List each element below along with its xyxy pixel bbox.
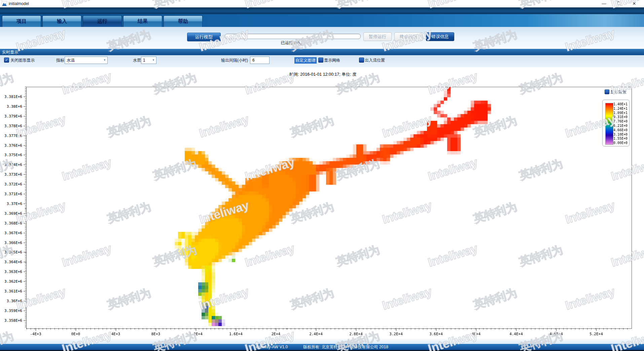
y-tick-label: 3.359E+6 [1,309,22,313]
tab-3[interactable]: 运行 [83,15,122,27]
temperature-heatmap [27,87,632,328]
stop-run-button[interactable]: 终止运行 [394,32,423,41]
indicator-value: 水温 [67,58,75,63]
custom-spectrum-button[interactable]: 自定义图谱 [294,57,317,64]
y-tick [24,320,26,321]
x-tick-label: 4E+4 [466,332,486,336]
legend-value: 1.09E+1 [613,111,628,115]
error-info-button[interactable]: 错误信息 [426,32,454,41]
y-tick [24,174,26,175]
tab-2[interactable]: 输入 [42,15,81,27]
y-axis-minor-ticks [25,87,26,328]
x-tick-label: 8E+3 [146,332,166,336]
progress-text: 已运行 0%。 [225,40,360,46]
x-tick [516,328,516,331]
legend-value: 6.21E+0 [613,124,628,128]
y-tick-label: 3.36E+6 [1,299,22,303]
tab-5[interactable]: 帮助 [164,15,203,27]
y-tick-label: 3.369E+6 [1,211,22,216]
y-tick [24,136,26,136]
copyright: 版权所有: 北京英特利为环境科技有限公司 2018 [303,344,388,350]
legend-value: 4.66E+0 [613,128,628,132]
x-tick-label: 4.4E+4 [506,332,526,336]
footer-gradient-band [0,338,644,344]
x-tick-label: 4E+3 [106,332,126,336]
y-tick-label: 3.379E+6 [1,114,22,118]
y-tick-label: 3.373E+6 [1,172,22,177]
y-tick [24,243,26,243]
y-tick [24,184,26,184]
app-version: Intelway-AW V1.0 [256,345,288,349]
output-interval-input[interactable]: 6 [250,57,270,64]
close-graph-label: 关闭图形显示 [10,58,35,63]
x-tick [196,328,196,331]
chart-time-title: 时间: 2016-01-01 12:00:17; 单位: 度 [252,72,394,77]
y-tick [24,204,26,204]
indicator-label: 指标 [56,58,64,63]
y-tick-label: 3.364E+6 [1,260,22,264]
top-accent-bar [0,7,644,14]
legend-value: 1.55E+0 [613,137,628,140]
y-tick [24,165,26,165]
show-background-label: 显示背景 [610,89,627,95]
plot-frame [26,87,632,329]
layer-label: 水层 [133,58,141,63]
x-tick [36,328,36,331]
run-model-button[interactable]: 运行模型 [187,33,221,41]
app-icon [2,1,7,6]
show-grid-checkbox[interactable] [318,58,323,63]
y-tick-label: 3.37E+6 [1,202,22,206]
indicator-select[interactable]: 水温 ▼ [65,57,108,64]
check-icon: ✓ [4,58,9,62]
y-tick [24,233,26,233]
y-tick [24,116,26,116]
x-tick-label: 2.8E+4 [346,332,366,336]
y-tick-label: 3.363E+6 [1,270,22,274]
legend-value: 9.31E+0 [613,115,628,119]
layer-select[interactable]: 1 ▼ [141,57,156,64]
y-tick-label: 3.372E+6 [1,182,22,186]
y-tick [24,281,26,282]
tab-4[interactable]: 结果 [123,15,162,27]
close-button[interactable]: ✕ [629,1,639,7]
y-tick [24,291,26,291]
x-tick [76,328,76,331]
title-bar: initialmodel — ❐ ✕ [0,0,644,7]
y-tick-label: 3.381E+6 [1,95,22,99]
y-tick-label: 3.362E+6 [1,279,22,284]
application-window: initialmodel — ❐ ✕ 项目输入运行结果帮助 环评/预警 运行模型… [0,0,644,351]
tab-1[interactable]: 项目 [2,15,41,27]
y-tick-label: 3.358E+6 [1,318,22,323]
y-tick [24,301,26,301]
restore-button[interactable]: ❐ [614,1,624,7]
output-interval-label: 输出间隔(小时) [221,58,248,63]
y-tick-label: 3.366E+6 [1,241,22,245]
x-tick-label: 3.2E+4 [386,332,406,336]
inout-flow-checkbox[interactable] [359,58,364,63]
y-tick [24,106,26,107]
y-tick [24,262,26,262]
y-tick-label: 3.365E+6 [1,250,22,254]
legend-value: 3.10E+0 [613,133,628,136]
minimize-button[interactable]: — [599,1,609,7]
realtime-display-header: 实时显示 [0,49,644,55]
y-tick-label: 3.376E+6 [1,143,22,148]
x-tick-label: 2.4E+4 [306,332,326,336]
y-tick [24,97,26,97]
pause-run-button[interactable]: 暂停运行 [363,32,392,41]
y-tick-label: 3.371E+6 [1,192,22,196]
legend-value: 1.24E+1 [613,107,628,110]
show-grid-label: 显示网格 [324,58,340,63]
x-tick-label: 4.8E+4 [546,332,566,336]
x-tick [156,328,156,331]
y-tick [24,213,26,214]
show-background-checkbox[interactable] [605,90,609,94]
color-legend: 1.40E+11.24E+11.09E+19.31E+07.76E+06.21E… [602,100,630,146]
x-tick [236,328,236,331]
progress-bar [225,34,361,39]
x-tick-label: 1.2E+4 [186,332,206,336]
x-tick [556,328,557,331]
inout-flow-label: 出入流位置 [365,58,385,63]
chevron-down-icon: ▼ [103,57,106,64]
close-graph-checkbox[interactable]: ✓ [4,58,9,63]
